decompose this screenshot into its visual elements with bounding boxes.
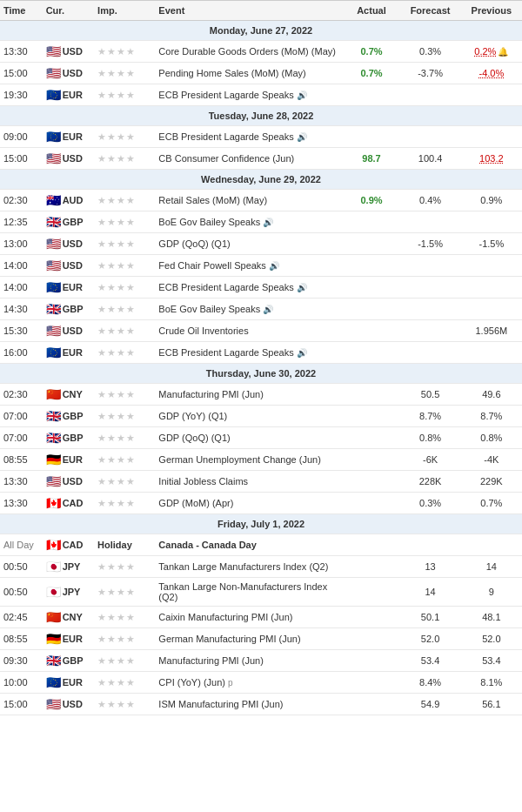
cell-time: 15:30 [0,320,43,342]
cell-importance: ★★★★ [94,41,155,63]
event-name: ECB President Lagarde Speaks [158,131,293,142]
event-name: GDP (QoQ) (Q1) [158,433,230,443]
previous-value: 48.1 [482,612,500,622]
cell-time: 09:30 [0,650,43,672]
flag-icon: 🇺🇸 [46,151,61,165]
cell-currency: 🇨🇦CAD [43,534,94,556]
cell-actual [344,320,400,342]
table-row: 13:30🇺🇸USD★★★★Core Durable Goods Orders … [0,41,522,63]
cell-event: ECB President Lagarde Speaks🔊 [155,84,343,106]
cell-forecast: 100.4 [399,148,460,170]
star-icon: ★ [97,476,106,487]
cell-time: 08:55 [0,628,43,650]
cell-previous [461,277,522,299]
star-icon: ★ [97,612,106,623]
table-row: All Day🇨🇦CADHolidayCanada - Canada Day [0,534,522,556]
cell-event: Tankan Large Manufacturers Index (Q2) [155,556,343,578]
star-icon: ★ [97,90,106,101]
cell-previous [461,255,522,277]
star-icon: ★ [97,655,106,667]
cell-actual [344,126,400,148]
cell-currency: 🇩🇪EUR [43,628,94,650]
star-icon: ★ [126,131,135,143]
cell-actual [344,449,400,471]
currency-code: CAD [63,498,84,508]
star-icon: ★ [126,561,135,573]
cell-forecast: 13 [399,556,460,578]
cell-previous: -4.0% [461,63,522,84]
cell-currency: 🇺🇸USD [43,694,94,715]
star-icon: ★ [107,587,116,598]
table-row: 14:00🇪🇺EUR★★★★ECB President Lagarde Spea… [0,277,522,299]
star-icon: ★ [107,347,116,359]
importance-stars: ★★★★ [97,411,151,422]
star-icon: ★ [117,195,125,206]
star-icon: ★ [117,68,125,79]
cell-importance: ★★★★ [94,211,155,233]
table-row: 00:50🇯🇵JPY★★★★Tankan Large Manufacturers… [0,556,522,578]
star-icon: ★ [97,238,106,250]
cell-currency: 🇨🇦CAD [43,493,94,514]
event-name: BoE Gov Bailey Speaks [158,304,260,314]
cell-actual [344,342,400,364]
cell-currency: 🇬🇧GBP [43,406,94,427]
star-icon: ★ [126,677,135,688]
star-icon: ★ [97,561,106,573]
cell-currency: 🇺🇸USD [43,320,94,342]
cell-actual [344,493,400,514]
currency-code: USD [63,68,83,78]
cell-currency: 🇺🇸USD [43,471,94,493]
previous-value: 14 [486,561,497,572]
sound-icon: 🔊 [297,132,307,142]
cell-event: Canada - Canada Day [155,534,343,556]
cell-currency: 🇪🇺EUR [43,84,94,106]
table-row: 13:00🇺🇸USD★★★★GDP (QoQ) (Q1)-1.5%-1.5% [0,233,522,255]
importance-stars: ★★★★ [97,433,151,444]
cell-forecast: 8.4% [399,672,460,694]
cell-importance: ★★★★ [94,493,155,514]
event-name: German Unemployment Change (Jun) [158,454,320,465]
star-icon: ★ [97,153,106,164]
star-icon: ★ [126,238,135,250]
event-name: ECB President Lagarde Speaks [158,90,293,100]
cell-currency: 🇬🇧GBP [43,211,94,233]
flag-icon: 🇯🇵 [46,560,61,574]
star-icon: ★ [117,282,125,293]
star-icon: ★ [126,282,135,293]
cell-importance: ★★★★ [94,628,155,650]
bell-icon[interactable]: 🔔 [498,47,508,57]
star-icon: ★ [126,655,135,667]
star-icon: ★ [117,325,125,337]
cell-time: 13:30 [0,471,43,493]
star-icon: ★ [107,612,116,623]
cell-importance: ★★★★ [94,342,155,364]
cell-event: German Unemployment Change (Jun) [155,449,343,471]
importance-stars: ★★★★ [97,677,151,688]
currency-code: EUR [63,454,83,465]
flag-icon: 🇬🇧 [46,409,61,423]
cell-actual [344,650,400,672]
event-name: GDP (MoM) (Apr) [158,498,233,508]
table-row: 02:45🇨🇳CNY★★★★Caixin Manufacturing PMI (… [0,607,522,628]
star-icon: ★ [97,282,106,293]
cell-event: ECB President Lagarde Speaks🔊 [155,126,343,148]
cell-actual [344,471,400,493]
flag-icon: 🇪🇺 [46,675,61,689]
cell-previous: 1.956M [461,320,522,342]
previous-value: -4K [484,454,499,465]
cell-actual: 0.9% [344,190,400,211]
table-row: 12:35🇬🇧GBP★★★★BoE Gov Bailey Speaks🔊 [0,211,522,233]
holiday-label: Holiday [97,540,132,550]
cell-forecast: 52.0 [399,628,460,650]
previous-value: 0.7% [480,498,502,508]
cell-forecast: -1.5% [399,233,460,255]
cell-event: BoE Gov Bailey Speaks🔊 [155,299,343,320]
star-icon: ★ [117,634,125,645]
importance-stars: ★★★★ [97,260,151,272]
event-name: Initial Jobless Claims [158,476,248,487]
currency-code: EUR [63,634,83,644]
star-icon: ★ [117,90,125,101]
cell-importance: ★★★★ [94,190,155,211]
cell-time: 07:00 [0,406,43,427]
cell-importance: ★★★★ [94,694,155,715]
